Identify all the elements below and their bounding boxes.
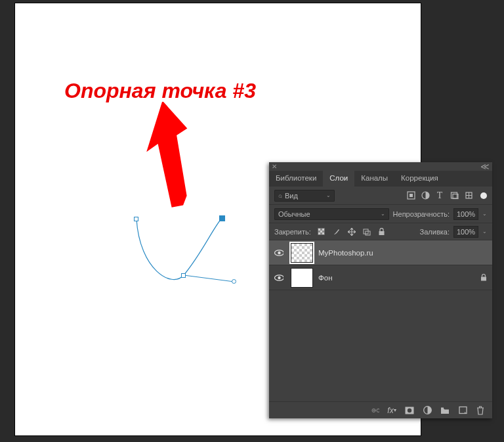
panel-bottom-bar: fx▾ [269,401,492,418]
filter-label: Вид [285,192,298,200]
anchor-point-2[interactable] [181,273,186,278]
anchor-point-3[interactable] [219,215,225,221]
tab-channels[interactable]: Каналы [354,171,394,187]
fill-label: Заливка: [420,228,450,236]
lock-row: Закрепить: Заливка: 100% ⌄ [269,223,492,240]
anchor-handle-end[interactable] [232,279,236,284]
svg-point-15 [278,276,280,278]
chevron-down-icon[interactable]: ⌄ [482,211,487,217]
chevron-down-icon[interactable]: ⌄ [482,229,487,234]
blend-mode-value: Обычные [278,210,310,218]
svg-point-18 [408,408,411,412]
layer-mask-icon[interactable] [404,405,415,416]
lock-position-icon[interactable] [346,227,357,237]
layer-name[interactable]: MyPhotoshop.ru [318,249,373,257]
svg-rect-16 [481,277,486,281]
anchor-point-1[interactable] [134,217,138,221]
panel-menu-icon[interactable]: ≪ [480,162,488,171]
filter-toggle-icon[interactable] [480,192,487,199]
layer-thumbnail[interactable] [291,243,313,263]
visibility-icon[interactable] [274,248,284,257]
svg-rect-11 [379,231,385,235]
lock-all-icon[interactable] [377,227,387,237]
filter-smart-icon[interactable] [463,190,474,201]
layer-item[interactable]: Фон [269,265,492,290]
filter-adjustment-icon[interactable] [420,190,430,201]
blend-mode-dropdown[interactable]: Обычные ⌄ [274,208,389,220]
lock-icon[interactable] [480,274,487,281]
filter-shape-icon[interactable] [449,190,459,201]
visibility-icon[interactable] [274,273,284,282]
svg-point-13 [278,251,280,254]
link-layers-icon[interactable] [369,405,379,416]
layer-group-icon[interactable] [440,405,450,416]
layer-thumbnail[interactable] [291,268,313,288]
chevron-down-icon: ⌄ [381,211,385,217]
fill-value[interactable]: 100% [453,226,478,238]
lock-brush-icon[interactable] [331,227,342,237]
adjustment-layer-icon[interactable] [422,405,432,416]
tab-adjustments[interactable]: Коррекция [394,171,445,187]
panel-tabs: Библиотеки Слои Каналы Коррекция [269,171,492,187]
lock-label: Закрепить: [274,228,311,236]
panel-close-icon[interactable]: ✕ [272,163,277,170]
layer-name[interactable]: Фон [318,274,333,282]
layer-filter-dropdown[interactable]: ⌕ Вид ⌄ [274,190,335,202]
panel-topbar: ✕ ≪ [269,162,492,171]
new-layer-icon[interactable] [457,405,468,416]
opacity-label: Непрозрачность: [393,210,450,218]
filter-type-icon[interactable]: T [434,190,445,201]
search-icon: ⌕ [278,192,282,199]
filter-pixel-icon[interactable] [406,190,416,201]
lock-pixels-icon[interactable] [316,227,327,237]
svg-rect-2 [410,194,413,197]
svg-rect-21 [459,407,467,414]
layer-list: MyPhotoshop.ru Фон [269,240,492,405]
filter-row: ⌕ Вид ⌄ T [269,187,492,205]
lock-icons-group [316,227,387,237]
layer-item[interactable]: MyPhotoshop.ru [269,240,492,265]
chevron-down-icon: ⌄ [326,192,331,198]
svg-rect-20 [441,407,444,409]
tab-layers[interactable]: Слои [323,171,354,187]
layer-fx-icon[interactable]: fx▾ [387,405,397,416]
layers-panel: ✕ ≪ Библиотеки Слои Каналы Коррекция ⌕ В… [269,162,492,418]
svg-rect-4 [451,192,457,198]
delete-layer-icon[interactable] [475,405,486,416]
opacity-value[interactable]: 100% [453,208,478,220]
tab-libraries[interactable]: Библиотеки [269,171,323,187]
blend-row: Обычные ⌄ Непрозрачность: 100% ⌄ [269,205,492,223]
lock-artboard-icon[interactable] [362,227,372,237]
